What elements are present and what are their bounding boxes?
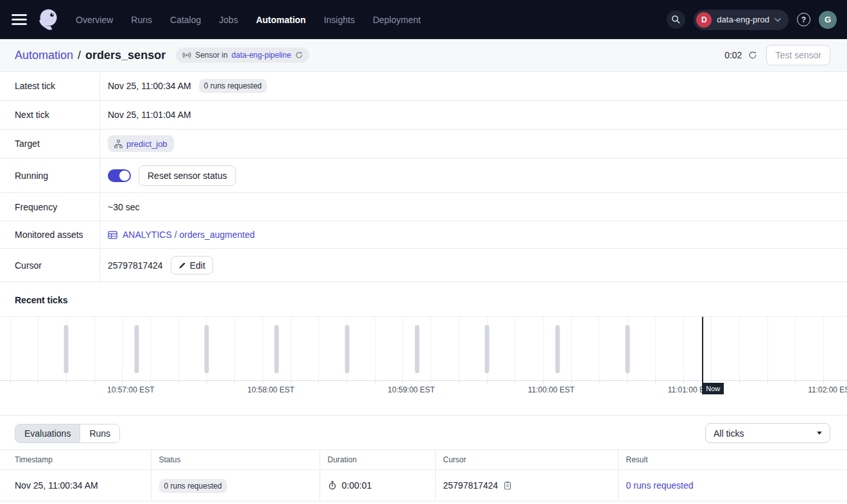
axis-tick-mark (515, 381, 515, 384)
breadcrumb-automation-link[interactable]: Automation (15, 49, 73, 62)
gridline (234, 317, 235, 380)
tick-bar[interactable] (64, 325, 69, 373)
tick-bar[interactable] (625, 325, 629, 373)
gridline (655, 317, 656, 380)
pencil-icon (178, 262, 186, 269)
tick-bar[interactable] (485, 325, 490, 373)
nav-item-deployment[interactable]: Deployment (373, 15, 421, 25)
deployment-initial-badge: D (696, 12, 712, 28)
test-sensor-button[interactable]: Test sensor (766, 45, 830, 65)
axis-tick-mark (178, 381, 179, 384)
axis-tick-mark (683, 381, 684, 384)
tick-bar[interactable] (204, 325, 209, 373)
latest-tick-status-badge: 0 runs requested (199, 79, 267, 93)
refresh-icon[interactable] (295, 51, 303, 59)
evaluations-section: Evaluations Runs All ticks Timestamp Sta… (0, 415, 847, 501)
clipboard-copy-icon[interactable] (503, 481, 512, 490)
gridline (459, 317, 459, 380)
deployment-switcher[interactable]: D data-eng-prod (694, 10, 789, 30)
axis-label: 10:58:00 EST (248, 385, 295, 394)
nav-item-catalog[interactable]: Catalog (170, 15, 201, 25)
axis-tick-mark (431, 381, 431, 384)
nav-item-overview[interactable]: Overview (76, 15, 113, 25)
refresh-icon[interactable] (748, 51, 757, 60)
gridline (122, 317, 123, 380)
evaluations-runs-tabs: Evaluations Runs (15, 424, 120, 443)
search-icon (671, 15, 681, 24)
status-badge: 0 runs requested (159, 479, 227, 493)
job-graph-icon (114, 140, 123, 148)
row-label: Latest tick (0, 72, 100, 100)
nav-item-insights[interactable]: Insights (324, 15, 355, 25)
code-location-link[interactable]: data-eng-pipeline (232, 51, 291, 60)
nav-item-jobs[interactable]: Jobs (219, 15, 238, 25)
monitored-asset-link[interactable]: ANALYTICS / orders_augmented (108, 230, 255, 240)
row-label: Running (0, 158, 100, 192)
target-job-pill[interactable]: predict_job (108, 135, 174, 152)
deployment-name: data-eng-prod (717, 15, 769, 24)
gridline (150, 317, 151, 380)
col-header-result: Result (618, 450, 847, 470)
table-row: Nov 25, 11:00:34 AM 0 runs requested 0:0… (0, 470, 847, 501)
target-job-name: predict_job (126, 139, 167, 149)
cell-timestamp: Nov 25, 11:00:34 AM (0, 470, 151, 501)
nav-item-runs[interactable]: Runs (131, 15, 152, 25)
row-label: Monitored assets (0, 221, 100, 248)
cell-result: 0 runs requested (618, 470, 847, 501)
axis-label: 11:02:00 EST (808, 385, 847, 394)
running-toggle[interactable] (108, 169, 131, 182)
row-label: Target (0, 130, 100, 158)
col-header-duration: Duration (320, 450, 435, 470)
user-avatar[interactable]: G (819, 11, 837, 29)
axis-tick-mark (487, 381, 488, 384)
axis-tick-mark (207, 381, 207, 384)
gridline (571, 317, 572, 380)
page-title: orders_sensor (85, 49, 166, 62)
cursor-edit-button[interactable]: Edit (171, 256, 213, 274)
evaluations-table: Timestamp Status Duration Cursor Result … (0, 449, 847, 501)
result-link[interactable]: 0 runs requested (626, 480, 694, 491)
axis-tick-mark (38, 381, 38, 384)
now-line (702, 317, 703, 384)
tick-bar[interactable] (134, 325, 139, 373)
detail-row-monitored-assets: Monitored assets ANALYTICS / orders_augm… (0, 221, 847, 249)
reset-sensor-status-button[interactable]: Reset sensor status (139, 165, 236, 186)
next-tick-timestamp: Nov 25, 11:01:04 AM (108, 110, 191, 120)
recent-ticks-heading: Recent ticks (0, 295, 847, 305)
now-badge: Now (702, 383, 724, 394)
stopwatch-icon (328, 481, 337, 490)
top-nav: Overview Runs Catalog Jobs Automation In… (0, 0, 847, 39)
axis-tick-mark (150, 381, 151, 384)
tick-bar[interactable] (275, 325, 279, 373)
nav-item-automation[interactable]: Automation (256, 15, 306, 25)
gridline (431, 317, 431, 380)
detail-row-cursor: Cursor 25797817424 Edit (0, 249, 847, 282)
col-header-cursor: Cursor (435, 450, 618, 470)
gridline (823, 317, 824, 380)
cell-duration: 0:00:01 (320, 470, 435, 501)
gridline (291, 317, 291, 380)
row-label: Cursor (0, 249, 100, 281)
axis-tick-mark (739, 381, 740, 384)
detail-row-running: Running Reset sensor status (0, 158, 847, 193)
tick-bar[interactable] (415, 325, 419, 373)
tick-bar[interactable] (555, 325, 560, 373)
filter-value: All ticks (714, 428, 817, 439)
axis-tick-mark (234, 381, 235, 384)
col-header-timestamp: Timestamp (0, 450, 151, 470)
frequency-value: ~30 sec (108, 202, 139, 212)
gridline (767, 317, 768, 380)
gridline (543, 317, 543, 380)
tab-runs[interactable]: Runs (80, 424, 119, 442)
help-button[interactable]: ? (797, 13, 810, 26)
axis-tick-mark (66, 381, 67, 384)
menu-icon[interactable] (12, 14, 27, 25)
axis-tick-mark (627, 381, 628, 384)
tab-evaluations[interactable]: Evaluations (15, 424, 80, 442)
axis-tick-mark (543, 381, 543, 384)
tick-status-filter[interactable]: All ticks (705, 423, 830, 443)
search-button[interactable] (667, 10, 685, 29)
tick-bar[interactable] (345, 325, 349, 373)
detail-row-latest-tick: Latest tick Nov 25, 11:00:34 AM 0 runs r… (0, 72, 847, 101)
dagster-logo-icon[interactable] (36, 7, 62, 33)
